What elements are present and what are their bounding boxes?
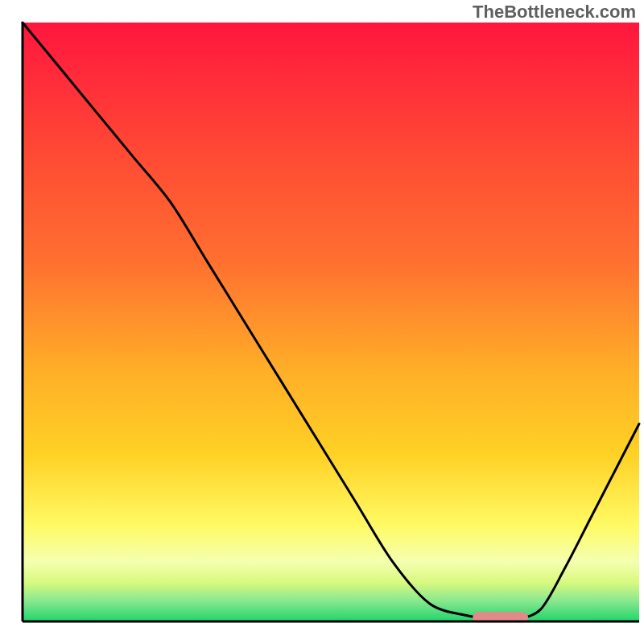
watermark-label: TheBottleneck.com bbox=[473, 2, 636, 23]
bottleneck-chart bbox=[0, 0, 644, 644]
chart-container: TheBottleneck.com bbox=[0, 0, 644, 644]
gradient-background bbox=[23, 23, 639, 621]
